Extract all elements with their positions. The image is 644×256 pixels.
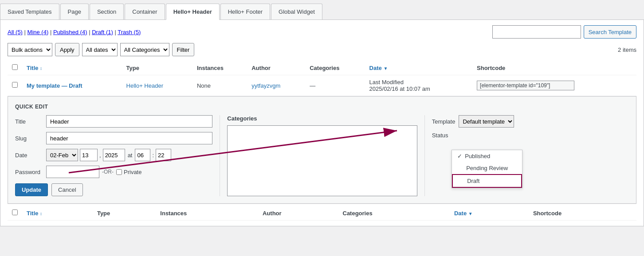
template-author-link[interactable]: yytfayzvgm bbox=[251, 82, 280, 89]
tab-hello-header[interactable]: Hello+ Header bbox=[166, 4, 220, 20]
bottom-col-type: Type bbox=[93, 206, 156, 221]
bottom-col-shortcode: Shortcode bbox=[529, 206, 636, 221]
qe-status-label: Status bbox=[432, 132, 448, 139]
qe-slug-input[interactable] bbox=[46, 132, 212, 144]
bottom-col-instances: Instances bbox=[156, 206, 258, 221]
status-draft-label: Draft bbox=[467, 178, 479, 184]
qe-slug-row: Slug bbox=[15, 132, 212, 144]
row-categories-cell: — bbox=[305, 75, 365, 96]
search-input[interactable] bbox=[492, 25, 581, 39]
templates-table: Title ↕ Type Instances Author Categories… bbox=[8, 61, 636, 204]
qe-title-row: Title bbox=[15, 115, 212, 128]
qe-password-input[interactable] bbox=[46, 166, 99, 178]
bottom-col-author: Author bbox=[258, 206, 338, 221]
apply-button[interactable]: Apply bbox=[55, 43, 79, 56]
qe-private-text: Private bbox=[124, 169, 141, 175]
qe-template-select-wrap: Default template bbox=[459, 115, 514, 128]
tab-section[interactable]: Section bbox=[90, 4, 124, 19]
filter-all[interactable]: All (5) bbox=[8, 29, 23, 35]
bottom-select-all bbox=[8, 206, 22, 221]
tab-global-widget[interactable]: Global Widget bbox=[271, 4, 322, 19]
qe-template-select[interactable]: Default template bbox=[459, 115, 514, 128]
status-option-pending[interactable]: Pending Review bbox=[452, 162, 522, 174]
status-option-published[interactable]: ✓ Published bbox=[452, 150, 522, 162]
content-area: All (5) | Mine (4) | Published (4) | Dra… bbox=[0, 20, 644, 226]
checkmark-icon: ✓ bbox=[457, 153, 462, 159]
action-bar: Bulk actions Apply All dates All Categor… bbox=[8, 43, 636, 56]
qe-categories-label: Categories bbox=[227, 115, 417, 122]
shortcode-input[interactable] bbox=[477, 81, 574, 90]
table-row: My template — Draft Hello+ Header None y… bbox=[8, 75, 636, 96]
col-header-shortcode: Shortcode bbox=[472, 61, 636, 75]
quick-edit-middle: Categories bbox=[220, 115, 424, 196]
cancel-button[interactable]: Cancel bbox=[51, 183, 82, 196]
bottom-col-title[interactable]: Title ↕ bbox=[22, 206, 93, 221]
tab-container[interactable]: Container bbox=[125, 4, 165, 19]
search-area: Search Template bbox=[492, 25, 636, 39]
bulk-actions-select[interactable]: Bulk actions bbox=[8, 43, 52, 56]
qe-at-label: at bbox=[128, 152, 133, 159]
quick-edit-left: Title Slug Date bbox=[15, 115, 220, 196]
qe-hour-input[interactable] bbox=[135, 149, 150, 161]
bottom-select-all-checkbox[interactable] bbox=[12, 209, 18, 215]
qe-title-input[interactable] bbox=[46, 115, 212, 128]
row-checkbox-cell bbox=[8, 75, 22, 96]
categories-select[interactable]: All Categories bbox=[120, 43, 169, 56]
col-header-author: Author bbox=[247, 61, 305, 75]
qe-template-label: Template bbox=[432, 118, 456, 125]
template-type-link[interactable]: Hello+ Header bbox=[126, 82, 163, 89]
tab-hello-footer[interactable]: Hello+ Footer bbox=[220, 4, 270, 19]
qe-password-inputs: -OR- Private bbox=[46, 166, 141, 178]
row-checkbox[interactable] bbox=[12, 82, 18, 88]
date-label: Last Modified bbox=[369, 79, 404, 85]
row-shortcode-cell bbox=[472, 75, 636, 96]
row-title-cell: My template — Draft bbox=[22, 75, 122, 96]
qe-private-checkbox[interactable] bbox=[116, 169, 122, 175]
status-option-draft[interactable]: Draft bbox=[452, 174, 522, 188]
date-sort-arrow: ▼ bbox=[383, 66, 388, 71]
qe-password-row: Password -OR- Private bbox=[15, 166, 212, 178]
qe-date-row: Date 02-Feb , at bbox=[15, 149, 212, 161]
items-count: 2 items bbox=[618, 47, 636, 53]
tab-saved-templates[interactable]: Saved Templates bbox=[0, 4, 59, 19]
title-sort-link[interactable]: Title ↕ bbox=[27, 65, 42, 71]
bottom-title-arrow: ↕ bbox=[40, 211, 42, 216]
qe-categories-box[interactable] bbox=[227, 125, 417, 196]
col-header-categories: Categories bbox=[305, 61, 365, 75]
qe-or-label: -OR- bbox=[102, 169, 114, 175]
status-published-label: Published bbox=[465, 153, 490, 159]
qe-min-input[interactable] bbox=[156, 149, 171, 161]
template-title-link[interactable]: My template — Draft bbox=[27, 82, 82, 89]
qe-day-input[interactable] bbox=[80, 149, 98, 161]
filter-button[interactable]: Filter bbox=[172, 43, 195, 56]
qe-colon: : bbox=[152, 152, 154, 159]
col-header-date[interactable]: Date ▼ bbox=[365, 61, 472, 75]
bottom-col-date[interactable]: Date ▼ bbox=[450, 206, 529, 221]
filter-trash[interactable]: Trash (5) bbox=[118, 29, 141, 35]
qe-year-input[interactable] bbox=[103, 149, 125, 161]
row-type-cell: Hello+ Header bbox=[122, 75, 192, 96]
status-dropdown: ✓ Published Pending Review bbox=[452, 150, 522, 188]
qe-buttons: Update Cancel bbox=[15, 183, 212, 196]
col-header-title[interactable]: Title ↕ bbox=[22, 61, 122, 75]
select-all-checkbox[interactable] bbox=[12, 64, 18, 70]
select-all-header bbox=[8, 61, 22, 75]
date-sort-link[interactable]: Date ▼ bbox=[369, 65, 388, 71]
filter-published[interactable]: Published (4) bbox=[53, 29, 87, 35]
update-button[interactable]: Update bbox=[15, 183, 48, 196]
row-author-cell: yytfayzvgm bbox=[247, 75, 305, 96]
tabs-bar: Saved Templates Page Section Container H… bbox=[0, 0, 644, 20]
quick-edit-row: QUICK EDIT Title Slug bbox=[8, 96, 636, 204]
tab-page[interactable]: Page bbox=[60, 4, 89, 19]
bottom-title-sort[interactable]: Title ↕ bbox=[27, 210, 42, 217]
filter-mine[interactable]: Mine (4) bbox=[27, 29, 49, 35]
filter-draft[interactable]: Draft (1) bbox=[92, 29, 113, 35]
qe-comma1: , bbox=[99, 152, 101, 159]
qe-month-select[interactable]: 02-Feb bbox=[46, 149, 78, 161]
quick-edit-title: QUICK EDIT bbox=[15, 104, 629, 110]
bottom-date-sort[interactable]: Date ▼ bbox=[454, 210, 473, 217]
quick-edit-cell: QUICK EDIT Title Slug bbox=[8, 96, 636, 204]
search-template-button[interactable]: Search Template bbox=[584, 25, 636, 39]
dates-select[interactable]: All dates bbox=[82, 43, 118, 56]
row-instances-cell: None bbox=[192, 75, 247, 96]
